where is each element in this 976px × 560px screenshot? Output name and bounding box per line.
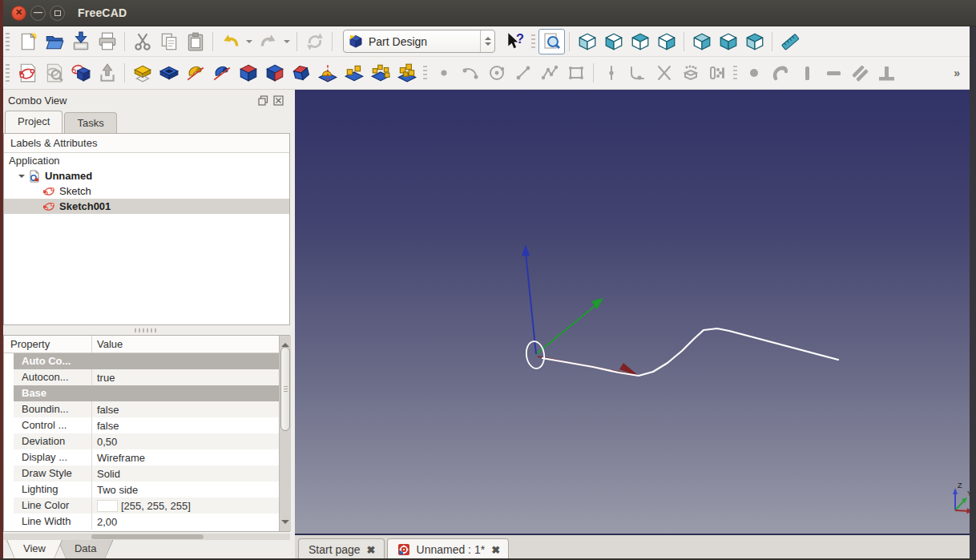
property-row[interactable]: Display ...Wireframe — [4, 449, 289, 465]
point-icon[interactable] — [430, 60, 457, 86]
undo-icon[interactable] — [217, 29, 244, 54]
revolution-icon[interactable] — [182, 60, 208, 86]
scrollbar-thumb[interactable] — [91, 534, 204, 539]
bottom-view-icon[interactable] — [715, 29, 741, 54]
close-panel-icon[interactable] — [273, 95, 284, 106]
copy-icon[interactable] — [155, 29, 182, 54]
property-vertical-scrollbar[interactable] — [279, 336, 291, 531]
groove-icon[interactable] — [208, 60, 235, 86]
property-horizontal-scrollbar[interactable] — [3, 534, 290, 540]
split-edge-icon[interactable] — [598, 60, 624, 86]
property-row[interactable]: LightingTwo side — [4, 481, 289, 498]
tree-item-sketch001[interactable]: Sketch001 — [4, 199, 289, 214]
float-panel-icon[interactable] — [258, 95, 268, 106]
pad-icon[interactable] — [129, 60, 155, 86]
property-row[interactable]: Line Width2,00 — [4, 514, 289, 530]
cut-icon[interactable] — [129, 29, 155, 54]
viewport-3d[interactable]: Z Y X — [295, 90, 970, 535]
close-tab-icon[interactable]: ✖ — [367, 545, 376, 555]
close-tab-icon[interactable]: ✖ — [491, 545, 500, 555]
property-row[interactable]: Boundin...false — [4, 401, 289, 417]
draft-icon[interactable] — [288, 60, 314, 86]
parallel-constraint-icon[interactable] — [846, 60, 873, 86]
minimize-window-button[interactable]: — — [30, 6, 46, 21]
new-document-icon[interactable] — [14, 29, 41, 54]
scroll-down-arrow[interactable] — [281, 520, 289, 528]
workbench-spin-arrows[interactable] — [480, 30, 494, 52]
fillet-icon[interactable] — [235, 60, 261, 86]
measure-distance-icon[interactable] — [776, 29, 803, 54]
close-window-button[interactable]: ✕ — [11, 6, 26, 21]
tangent-constraint-icon[interactable] — [767, 60, 793, 86]
edit-sketch-icon[interactable] — [41, 60, 67, 86]
window-title: FreeCAD — [78, 6, 127, 19]
expander-icon[interactable] — [18, 175, 25, 181]
multi-transform-icon[interactable] — [393, 60, 420, 86]
carbon-copy-icon[interactable] — [704, 60, 730, 86]
linear-pattern-icon[interactable] — [341, 60, 367, 86]
workbench-selector[interactable]: Part Design — [343, 30, 495, 53]
rear-view-icon[interactable] — [688, 29, 715, 54]
redo-dropdown-icon[interactable] — [281, 30, 292, 54]
line-icon[interactable] — [510, 60, 536, 86]
tab-project[interactable]: Project — [5, 111, 63, 133]
map-sketch-to-face-icon[interactable] — [67, 60, 94, 86]
fit-all-icon[interactable] — [538, 29, 565, 54]
arc-icon[interactable] — [457, 60, 483, 86]
axonometric-view-icon[interactable] — [574, 29, 600, 54]
top-view-icon[interactable] — [627, 29, 653, 54]
property-row[interactable]: Deviation0,50 — [4, 433, 289, 449]
property-row[interactable]: Control ...false — [4, 417, 289, 433]
whats-this-icon[interactable]: ? — [502, 29, 528, 54]
property-row-line-color[interactable]: Line Color[255, 255, 255] — [4, 498, 289, 514]
tab-tasks[interactable]: Tasks — [64, 112, 116, 133]
tab-data[interactable]: Data — [58, 540, 112, 559]
front-view-icon[interactable] — [600, 29, 627, 54]
paste-icon[interactable] — [182, 29, 208, 54]
freecad-document-icon — [397, 543, 410, 556]
polar-pattern-icon[interactable] — [367, 60, 393, 86]
scroll-up-arrow[interactable] — [281, 339, 289, 347]
print-icon[interactable] — [94, 29, 120, 54]
mirrored-icon[interactable] — [314, 60, 341, 86]
open-document-icon[interactable] — [41, 29, 67, 54]
right-view-icon[interactable] — [653, 29, 680, 54]
toolbar-overflow-button[interactable]: » — [954, 66, 960, 79]
mdi-tab-start-page[interactable]: Start page ✖ — [298, 538, 385, 560]
combo-view-panel: Combo View Project Tasks Labels & Attrib… — [3, 90, 292, 560]
toolbar-grip[interactable] — [6, 33, 10, 50]
redo-icon[interactable] — [255, 29, 281, 54]
property-group-row[interactable]: Auto Co... — [4, 353, 289, 369]
save-document-icon[interactable] — [67, 29, 94, 54]
tree-root-application[interactable]: Application — [4, 153, 289, 168]
left-view-icon[interactable] — [741, 29, 768, 54]
horizontal-constraint-icon[interactable] — [820, 60, 846, 86]
property-row[interactable]: Autocon...true — [4, 369, 289, 385]
panel-splitter[interactable] — [3, 325, 290, 335]
rectangle-icon[interactable] — [563, 60, 589, 86]
tree-item-unnamed[interactable]: Unnamed — [4, 168, 289, 183]
new-sketch-icon[interactable] — [14, 60, 41, 86]
sketch-fillet-icon[interactable] — [624, 60, 651, 86]
mdi-tab-unnamed[interactable]: Unnamed : 1* ✖ — [387, 538, 510, 560]
polyline-icon[interactable] — [536, 60, 563, 86]
undo-dropdown-icon[interactable] — [244, 30, 255, 54]
perpendicular-constraint-icon[interactable] — [873, 60, 899, 86]
tab-view[interactable]: View — [7, 540, 62, 559]
property-group-row[interactable]: Base — [4, 385, 289, 401]
coincident-constraint-icon[interactable] — [740, 60, 767, 86]
maximize-window-button[interactable] — [50, 6, 65, 21]
vertical-constraint-icon[interactable] — [793, 60, 820, 86]
toolbar-grip[interactable] — [6, 64, 10, 82]
property-row[interactable]: Draw StyleSolid — [4, 465, 289, 481]
chamfer-icon[interactable] — [261, 60, 288, 86]
trim-icon[interactable] — [651, 60, 677, 86]
external-geometry-icon[interactable] — [677, 60, 704, 86]
toolbar-separator — [593, 63, 594, 83]
tree-item-sketch[interactable]: Sketch — [4, 183, 289, 199]
refresh-icon[interactable] — [301, 29, 328, 54]
circle-icon[interactable] — [483, 60, 510, 86]
import-sketch-icon[interactable] — [94, 60, 120, 86]
pocket-icon[interactable] — [155, 60, 182, 86]
scrollbar-thumb[interactable] — [280, 347, 290, 431]
